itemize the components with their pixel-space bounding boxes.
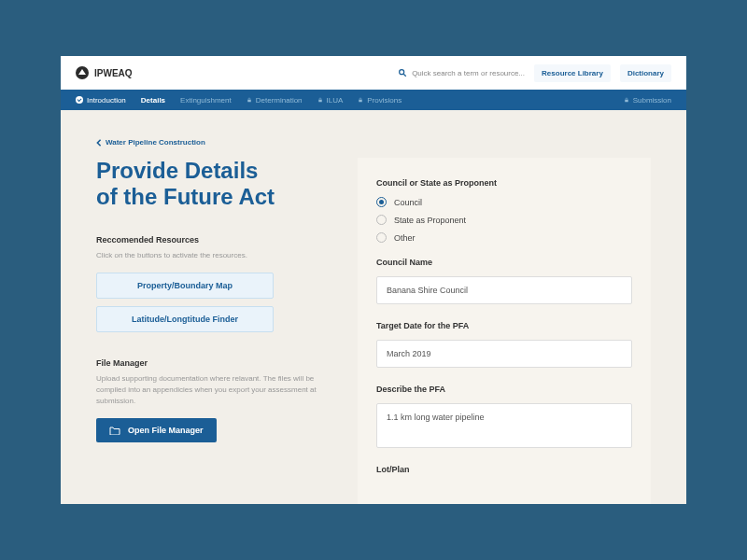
tab-ilua[interactable]: ILUA bbox=[317, 96, 344, 105]
resources-subtext: Click on the buttons to activate the res… bbox=[96, 250, 330, 261]
tab-extinguishment[interactable]: Extinguishment bbox=[180, 96, 232, 105]
council-name-label: Council Name bbox=[376, 258, 632, 267]
tab-determination[interactable]: Determination bbox=[247, 96, 303, 105]
radio-icon bbox=[376, 232, 387, 243]
radio-state[interactable]: State as Proponent bbox=[376, 215, 632, 225]
latlong-finder-button[interactable]: Latitude/Longtitude Finder bbox=[96, 306, 274, 332]
tab-submission[interactable]: Submission bbox=[624, 96, 671, 105]
lotplan-label: Lot/Plan bbox=[376, 465, 632, 474]
radio-icon bbox=[376, 197, 387, 207]
resources-heading: Reccomended Resources bbox=[96, 235, 330, 245]
file-manager-subtext: Upload supporting documentation where re… bbox=[96, 373, 330, 407]
lock-icon bbox=[317, 97, 323, 103]
search-input[interactable]: Quick search a term or resource... bbox=[398, 68, 525, 77]
tab-introduction[interactable]: Introduction bbox=[76, 96, 126, 105]
page-title: Provide Details of the Future Act bbox=[96, 158, 330, 209]
form-panel: Council or State as Proponent Council St… bbox=[358, 158, 651, 504]
logo-mark-icon bbox=[76, 66, 89, 79]
svg-point-0 bbox=[400, 70, 404, 75]
radio-icon bbox=[376, 215, 387, 225]
file-manager-heading: File Manager bbox=[96, 358, 330, 368]
dictionary-button[interactable]: Dictionary bbox=[620, 64, 671, 82]
lock-icon bbox=[247, 97, 252, 103]
describe-label: Describe the PFA bbox=[376, 385, 632, 394]
radio-council[interactable]: Council bbox=[376, 197, 632, 207]
open-file-manager-button[interactable]: Open File Manager bbox=[96, 418, 217, 442]
content-area: Water Pipeline Construction Provide Deta… bbox=[61, 110, 686, 504]
property-map-button[interactable]: Property/Boundary Map bbox=[96, 273, 274, 299]
proponent-label: Council or State as Proponent bbox=[376, 178, 632, 188]
folder-icon bbox=[109, 426, 120, 435]
brand-logo[interactable]: IPWEAQ bbox=[76, 66, 133, 79]
target-date-label: Target Date for the PFA bbox=[376, 321, 632, 330]
breadcrumb[interactable]: Water Pipeline Construction bbox=[96, 138, 651, 147]
svg-line-1 bbox=[403, 74, 406, 77]
target-date-field[interactable]: March 2019 bbox=[376, 340, 632, 368]
svg-rect-3 bbox=[318, 100, 322, 103]
check-icon bbox=[76, 96, 83, 104]
lock-icon bbox=[624, 97, 629, 103]
step-tabs: Introduction Details Extinguishment Dete… bbox=[61, 90, 686, 110]
lock-icon bbox=[358, 97, 363, 103]
search-placeholder: Quick search a term or resource... bbox=[412, 69, 525, 77]
chevron-left-icon bbox=[96, 139, 102, 147]
left-column: Provide Details of the Future Act Reccom… bbox=[96, 158, 330, 504]
describe-field[interactable]: 1.1 km long water pipeline bbox=[376, 403, 632, 448]
tab-details[interactable]: Details bbox=[141, 96, 165, 105]
search-icon bbox=[398, 68, 407, 77]
svg-rect-5 bbox=[625, 100, 628, 103]
topbar: IPWEAQ Quick search a term or resource..… bbox=[61, 56, 686, 90]
svg-rect-4 bbox=[359, 100, 363, 103]
resource-library-button[interactable]: Resource Library bbox=[534, 64, 611, 82]
tab-provisions[interactable]: Provisions bbox=[358, 96, 402, 105]
svg-rect-2 bbox=[247, 100, 251, 103]
radio-other[interactable]: Other bbox=[376, 232, 632, 243]
council-name-field[interactable]: Banana Shire Council bbox=[376, 276, 632, 304]
app-window: IPWEAQ Quick search a term or resource..… bbox=[61, 56, 686, 504]
brand-name: IPWEAQ bbox=[94, 68, 133, 78]
